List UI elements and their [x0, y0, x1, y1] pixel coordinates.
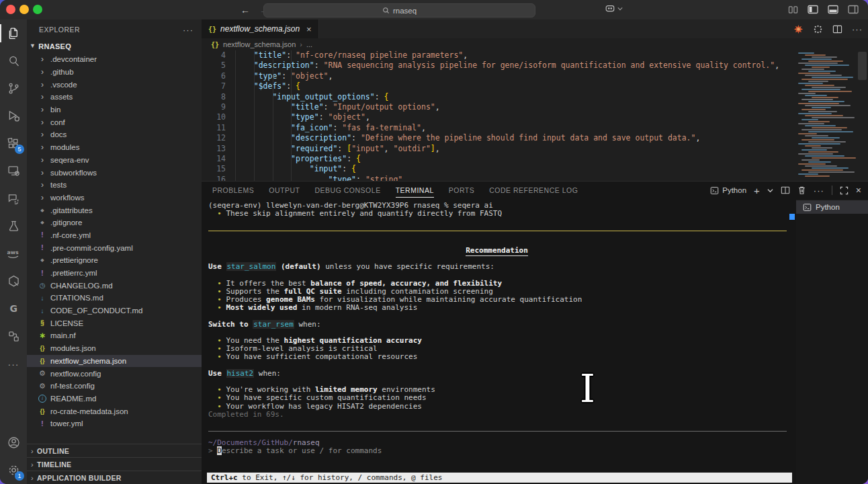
amazon-q-icon[interactable]	[0, 268, 27, 295]
settings-gear-icon[interactable]: 1	[0, 456, 27, 484]
panel-tab-terminal[interactable]: TERMINAL	[396, 182, 434, 199]
tree-item-ro-crate-metadata-json[interactable]: {}ro-crate-metadata.json	[27, 405, 202, 417]
tree-item-docs[interactable]: ›docs	[27, 128, 202, 141]
tree-item--nf-core-yml[interactable]: !.nf-core.yml	[27, 229, 202, 242]
close-panel-icon[interactable]: ×	[856, 185, 861, 196]
terminal-output[interactable]: (seqera-env) llewelyn-van-der-berg@KTW2Y…	[202, 199, 796, 484]
code-editor[interactable]: 4 "title": "nf-core/rnaseq pipeline para…	[202, 50, 868, 181]
maximize-panel-icon[interactable]	[840, 186, 849, 195]
titlebar: ← → rnaseq	[0, 0, 868, 19]
testing-icon[interactable]	[0, 212, 27, 240]
source-control-icon[interactable]	[0, 75, 27, 102]
panel-tab-debug-console[interactable]: DEBUG CONSOLE	[315, 182, 381, 199]
json-icon: {}	[38, 408, 46, 415]
tree-item-nextflow-schema-json[interactable]: {}nextflow_schema.json	[27, 355, 202, 368]
section-outline[interactable]: ›OUTLINE	[27, 444, 202, 457]
panel-tab-output[interactable]: OUTPUT	[269, 182, 300, 199]
tree-item--github[interactable]: ›.github	[27, 66, 202, 79]
accounts-icon[interactable]	[0, 429, 27, 456]
run-debug-icon[interactable]	[0, 102, 27, 130]
panel-tab-ports[interactable]: PORTS	[449, 182, 474, 199]
terminal-scrollbar-indicator[interactable]	[789, 214, 795, 220]
tree-item--prettierignore[interactable]: ◆.prettierignore	[27, 254, 202, 267]
md-icon: ↓	[38, 294, 46, 302]
search-sidebar-icon[interactable]	[0, 47, 27, 75]
new-terminal-icon[interactable]: +	[754, 185, 760, 196]
section-application-builder[interactable]: ›APPLICATION BUILDER	[27, 471, 202, 484]
breadcrumb[interactable]: {} nextflow_schema.json › ...	[202, 38, 868, 50]
minimize-window-button[interactable]	[19, 5, 29, 14]
chat-sync-icon[interactable]	[0, 185, 27, 212]
terminal-profile-label[interactable]: Python	[710, 186, 746, 195]
tree-item--gitignore[interactable]: ◆.gitignore	[27, 216, 202, 229]
tree-item-citations-md[interactable]: ↓CITATIONS.md	[27, 292, 202, 305]
yaml-icon: !	[38, 244, 46, 251]
folder-icon: ›	[38, 92, 46, 102]
containers-icon[interactable]	[0, 323, 27, 350]
more-views-icon[interactable]: ···	[0, 350, 27, 378]
tree-item-license[interactable]: §LICENSE	[27, 317, 202, 329]
tree-item-readme-md[interactable]: iREADME.md	[27, 393, 202, 405]
panel-tab-problems[interactable]: PROBLEMS	[212, 182, 254, 199]
tree-item--gitattributes[interactable]: ◆.gitattributes	[27, 204, 202, 216]
schema-dots-icon[interactable]	[813, 24, 823, 34]
split-editor-icon[interactable]	[832, 24, 842, 34]
extension-spark-icon[interactable]	[793, 24, 804, 34]
terminal-icon	[710, 186, 719, 195]
tree-item-tower-yml[interactable]: !tower.yml	[27, 417, 202, 430]
close-window-button[interactable]	[6, 5, 15, 14]
tree-item--vscode[interactable]: ›.vscode	[27, 78, 202, 91]
nf-icon: ∗	[38, 331, 46, 340]
split-terminal-icon[interactable]	[781, 186, 790, 195]
terminal-dropdown-icon[interactable]	[767, 188, 773, 193]
editor-scrollbar[interactable]	[858, 52, 867, 80]
toggle-secondary-sidebar-icon[interactable]	[848, 5, 859, 14]
tree-item-assets[interactable]: ›assets	[27, 91, 202, 104]
tree-item--prettierrc-yml[interactable]: !.prettierrc.yml	[27, 267, 202, 280]
back-arrow-icon[interactable]: ←	[241, 5, 250, 15]
tree-item-workflows[interactable]: ›workflows	[27, 192, 202, 204]
tree-item-conf[interactable]: ›conf	[27, 116, 202, 128]
kill-terminal-icon[interactable]	[797, 186, 806, 195]
tree-item-nextflow-config[interactable]: ⚙nextflow.config	[27, 367, 202, 380]
tree-item-modules[interactable]: ›modules	[27, 141, 202, 154]
explorer-sidebar: EXPLORER ··· ▼ RNASEQ ›.devcontainer›.gi…	[27, 19, 202, 484]
panel-tab-code-reference-log[interactable]: CODE REFERENCE LOG	[489, 182, 578, 199]
remote-explorer-icon[interactable]	[0, 157, 27, 185]
tree-item-modules-json[interactable]: {}modules.json	[27, 342, 202, 355]
minimap[interactable]	[797, 50, 855, 181]
aws-icon[interactable]: aws	[0, 240, 27, 268]
tree-item--pre-commit-config-yaml[interactable]: !.pre-commit-config.yaml	[27, 241, 202, 254]
tab-nextflow-schema[interactable]: {} nextflow_schema.json ×	[202, 19, 319, 38]
terminal-list-item-python[interactable]: Python	[796, 200, 868, 214]
editor-more-actions-icon[interactable]: ···	[852, 24, 863, 34]
tree-item-code-of-conduct-md[interactable]: ↓CODE_OF_CONDUCT.md	[27, 305, 202, 317]
workspace-root-rnaseq[interactable]: ▼ RNASEQ	[27, 40, 202, 53]
extensions-icon[interactable]: 5	[0, 130, 27, 157]
tree-item-tests[interactable]: ›tests	[27, 179, 202, 192]
zoom-window-button[interactable]	[33, 5, 42, 14]
command-center-search[interactable]: rnaseq	[263, 3, 535, 17]
section-timeline[interactable]: ›TIMELINE	[27, 457, 202, 471]
tree-item-subworkflows[interactable]: ›subworkflows	[27, 166, 202, 179]
tree-item-seqera-env[interactable]: ›seqera-env	[27, 154, 202, 167]
chevron-right-icon: ›	[31, 447, 34, 455]
tree-item-bin[interactable]: ›bin	[27, 104, 202, 116]
close-tab-icon[interactable]: ×	[306, 24, 312, 34]
editor-grid-icon[interactable]	[788, 5, 798, 14]
explorer-icon[interactable]	[0, 19, 27, 47]
code-line-7: 7 "$defs": {	[202, 81, 868, 91]
activity-bar: 5 aws G ···	[0, 19, 27, 484]
explorer-actions-icon[interactable]: ···	[183, 25, 193, 35]
toggle-primary-sidebar-icon[interactable]	[808, 5, 818, 14]
tree-item-changelog-md[interactable]: ◷CHANGELOG.md	[27, 279, 202, 292]
git-icon: ◆	[38, 257, 46, 263]
code-line-15: 15 "input": {	[202, 164, 868, 174]
copilot-menu[interactable]	[605, 4, 623, 13]
tree-item-nf-test-config[interactable]: ⚙nf-test.config	[27, 380, 202, 393]
panel-more-actions-icon[interactable]: ···	[814, 186, 824, 196]
toggle-panel-icon[interactable]	[828, 5, 838, 14]
tree-item--devcontainer[interactable]: ›.devcontainer	[27, 53, 202, 66]
gitlens-icon[interactable]: G	[0, 295, 27, 323]
tree-item-main-nf[interactable]: ∗main.nf	[27, 329, 202, 342]
